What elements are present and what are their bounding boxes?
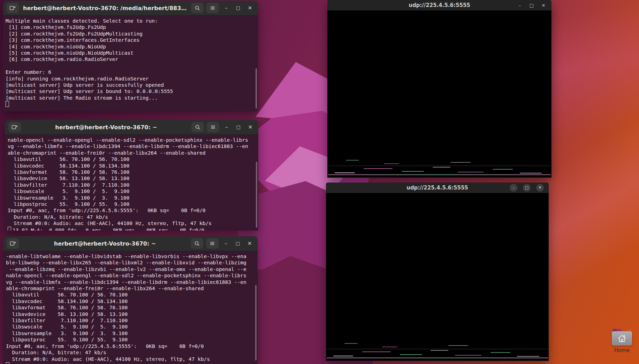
menu-button[interactable] [206, 238, 219, 249]
hamburger-menu-icon [210, 5, 215, 11]
maximize-button[interactable]: □ [523, 184, 531, 192]
terminal-cursor [6, 101, 9, 107]
spectrogram-streaks [328, 11, 551, 177]
search-button[interactable] [191, 3, 204, 13]
terminal-cursor [8, 227, 11, 231]
close-button[interactable]: ✕ [246, 122, 255, 132]
terminal-titlebar[interactable]: herbert@herbert-Vostro-3670: ~ – □ ✕ [3, 236, 258, 251]
maximize-button[interactable]: □ [234, 3, 243, 13]
player-titlebar[interactable]: udp://225.4.5.6:5555 – □ ✕ [327, 0, 551, 11]
maximize-button[interactable]: □ [234, 122, 243, 132]
terminal-status-line: 13.02 M-A: 0.000 fd= 0 aq= 9KB vq= 0KB s… [13, 227, 204, 231]
ffplay-window-2: udp://225.4.5.6:5555 – □ ✕ [326, 183, 549, 361]
window-title: herbert@herbert-Vostro-3670: ~ [22, 240, 188, 247]
house-icon [617, 333, 627, 344]
terminal-content[interactable]: nable-opencl --enable-opengl --enable-sd… [5, 135, 258, 231]
terminal-window-radio-server: herbert@herbert-Vostro-3670: /media/herb… [3, 1, 258, 111]
close-button[interactable]: ✕ [245, 238, 254, 249]
hamburger-menu-icon [210, 124, 216, 130]
terminal-output: nable-opencl --enable-opengl --enable-sd… [8, 137, 256, 227]
spectrogram-video-area[interactable] [328, 11, 551, 177]
scrollbar-thumb[interactable] [255, 285, 257, 361]
maximize-button[interactable]: □ [233, 238, 242, 249]
folder-icon [612, 329, 632, 346]
home-folder-label: Home [609, 347, 634, 354]
terminal-titlebar[interactable]: herbert@herbert-Vostro-3670: /media/herb… [3, 1, 258, 16]
search-button[interactable] [191, 122, 204, 132]
minimize-button[interactable]: – [517, 1, 523, 9]
new-tab-button[interactable] [6, 3, 19, 13]
spectrogram-streaks [327, 193, 548, 360]
close-button[interactable]: ✕ [245, 3, 254, 13]
new-tab-button[interactable] [7, 238, 19, 249]
menu-button[interactable] [207, 122, 219, 132]
terminal-content[interactable]: -enable-libtwolame --enable-libvidstab -… [3, 251, 258, 364]
minimize-button[interactable]: – [510, 184, 517, 192]
search-icon [195, 124, 200, 130]
close-button[interactable]: ✕ [540, 1, 547, 9]
terminal-window-ffplay-1: herbert@herbert-Vostro-3670: ~ – □ ✕ nab… [5, 120, 258, 231]
terminal-window-ffplay-2: herbert@herbert-Vostro-3670: ~ – □ ✕ -en… [3, 236, 258, 364]
minimize-button[interactable]: – [222, 122, 231, 132]
home-folder-icon[interactable]: Home [609, 329, 634, 354]
scrollbar-thumb[interactable] [256, 162, 257, 228]
new-tab-icon [10, 241, 16, 246]
terminal-titlebar[interactable]: herbert@herbert-Vostro-3670: ~ – □ ✕ [5, 120, 258, 135]
close-button[interactable]: ✕ [536, 184, 544, 192]
scrollbar-thumb[interactable] [256, 68, 257, 109]
terminal-output: Multiple main classes detected. Select o… [6, 18, 255, 101]
hamburger-menu-icon [210, 241, 215, 246]
new-tab-icon [9, 5, 16, 11]
maximize-button[interactable]: □ [528, 1, 535, 9]
window-title: herbert@herbert-Vostro-3670: ~ [24, 124, 189, 131]
player-titlebar[interactable]: udp://225.4.5.6:5555 – □ ✕ [326, 183, 549, 193]
terminal-cursor [6, 362, 9, 364]
window-title: herbert@herbert-Vostro-3670: /media/herb… [22, 5, 188, 11]
new-tab-icon [12, 124, 18, 130]
ffplay-window-1: udp://225.4.5.6:5555 – □ ✕ [327, 0, 551, 178]
terminal-output: -enable-libtwolame --enable-libvidstab -… [6, 253, 255, 362]
search-icon [194, 241, 200, 246]
search-button[interactable] [191, 238, 203, 249]
new-tab-button[interactable] [8, 122, 21, 132]
spectrogram-video-area[interactable] [327, 193, 548, 360]
menu-button[interactable] [206, 3, 219, 13]
search-icon [195, 5, 200, 11]
minimize-button[interactable]: – [222, 3, 231, 13]
terminal-content[interactable]: Multiple main classes detected. Select o… [3, 16, 258, 111]
minimize-button[interactable]: – [221, 238, 230, 249]
